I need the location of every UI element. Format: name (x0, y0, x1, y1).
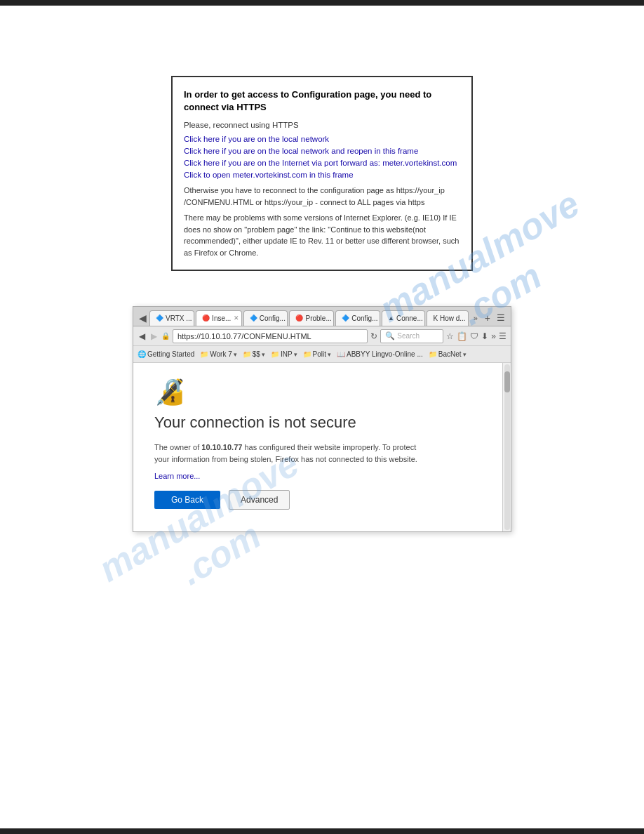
addr-icons-group: ☆ 📋 🛡 ⬇ » (446, 331, 496, 341)
bookmark-getting-started[interactable]: 🌐 Getting Started (137, 350, 194, 358)
scrollbar-track (504, 364, 510, 530)
bottom-bar (0, 828, 644, 834)
scrollbar-thumb (504, 371, 510, 392)
tab-icon-2: 🔷 (250, 315, 257, 322)
addr-download-icon[interactable]: ⬇ (481, 331, 488, 341)
bookmark-label-5: ABBYY Lingvo-Online ... (347, 350, 423, 358)
browser-tab-3[interactable]: 🔴 Proble... (289, 310, 334, 326)
bookmark-icon-5: 📖 (337, 350, 345, 358)
tab-label-1: Inse... (212, 315, 231, 322)
browser-bookmarks: 🌐 Getting Started 📁 Work 7 ▾ 📁 $$ ▾ 📁 IN… (133, 346, 511, 363)
bookmark-label-2: $$ (253, 350, 260, 358)
addr-star-icon[interactable]: ☆ (446, 331, 454, 341)
bookmark-label-6: BacNet (438, 350, 462, 358)
https-link-local-reopen[interactable]: Click here if you are on the local netwo… (184, 147, 460, 155)
bookmark-dropdown-4: ▾ (328, 351, 331, 358)
https-note1: Otherwise you have to reconnect to the c… (184, 185, 460, 208)
https-link-open-meter[interactable]: Click to open meter.vortekinst.com in th… (184, 171, 460, 179)
addr-hamburger-btn[interactable]: ☰ (499, 331, 507, 341)
bookmark-dollar[interactable]: 📁 $$ ▾ (243, 350, 265, 358)
bookmark-polit[interactable]: 📁 Polit ▾ (303, 350, 331, 358)
top-bar (0, 0, 644, 6)
browser-tabbar: ◀ 🔷 VRTX ... 🔴 Inse... ✕ 🔷 Config... 🔴 P… (133, 307, 511, 326)
browser-window: ◀ 🔷 VRTX ... 🔴 Inse... ✕ 🔷 Config... 🔴 P… (133, 306, 511, 532)
tab-label-0: VRTX ... (166, 315, 192, 322)
bookmark-icon-6: 📁 (429, 350, 437, 358)
addr-search-box[interactable]: 🔍 Search (380, 329, 443, 343)
browser-tab-2[interactable]: 🔷 Config... (243, 310, 288, 326)
tab-back-btn[interactable]: ◀ (136, 312, 149, 324)
bookmark-label-1: Work 7 (210, 350, 232, 358)
connection-error-icon: 🔏 (154, 377, 186, 406)
tab-icon-5: ▲ (388, 315, 394, 322)
browser-viewport: 🔏 Your connection is not secure The owne… (133, 363, 511, 531)
bookmark-label-0: Getting Started (147, 350, 194, 358)
bookmark-dropdown-3: ▾ (294, 351, 297, 358)
browser-tab-6[interactable]: K How d... (427, 310, 468, 326)
bookmark-work[interactable]: 📁 Work 7 ▾ (200, 350, 237, 358)
conn-learn-more[interactable]: Learn more... (154, 472, 200, 480)
go-back-button[interactable]: Go Back (154, 491, 220, 509)
bookmark-icon-2: 📁 (243, 350, 251, 358)
tab-close-1[interactable]: ✕ (234, 315, 239, 322)
tab-icon-1: 🔴 (202, 315, 210, 322)
bookmark-inp[interactable]: 📁 INP ▾ (271, 350, 297, 358)
tab-label-4: Config... (351, 315, 377, 322)
advanced-button[interactable]: Advanced (229, 490, 290, 510)
addr-bookmark-icon[interactable]: 📋 (457, 331, 467, 341)
search-placeholder: Search (397, 332, 420, 340)
addr-shield-icon[interactable]: 🛡 (470, 331, 478, 341)
addr-lock-icon: 🔒 (161, 332, 170, 340)
bookmark-label-4: Polit (313, 350, 326, 358)
https-notice-box: In order to get access to Configuration … (171, 76, 473, 271)
bookmark-dropdown-6: ▾ (463, 351, 467, 358)
tab-label-5: Conne... (396, 315, 423, 322)
https-notice-title: In order to get access to Configuration … (184, 88, 460, 114)
conn-buttons: Go Back Advanced (154, 490, 290, 510)
addr-reload-btn[interactable]: ↻ (370, 331, 377, 341)
https-link-internet[interactable]: Click here if you are on the Internet vi… (184, 159, 460, 167)
bookmark-icon-4: 📁 (303, 350, 311, 358)
nav-back-btn[interactable]: ◀ (137, 331, 147, 341)
browser-content: 🔏 Your connection is not secure The owne… (133, 363, 502, 531)
browser-tab-0[interactable]: 🔷 VRTX ... (149, 310, 194, 326)
bookmark-abbyy[interactable]: 📖 ABBYY Lingvo-Online ... (337, 350, 423, 358)
addr-more-icon[interactable]: » (491, 331, 496, 341)
connection-error-desc: The owner of 10.10.10.77 has configured … (154, 442, 421, 465)
tab-icon-4: 🔷 (342, 315, 349, 322)
search-icon: 🔍 (385, 331, 395, 340)
browser-scrollbar[interactable] (502, 363, 511, 531)
browser-tab-1[interactable]: 🔴 Inse... ✕ (196, 310, 242, 326)
browser-addressbar: ◀ ▶ 🔒 https://10.10.10.77/CONFMENU.HTML … (133, 326, 511, 346)
tab-menu-btn[interactable]: ☰ (494, 312, 508, 323)
main-content: In order to get access to Configuration … (0, 6, 644, 574)
tab-icon-3: 🔴 (295, 315, 303, 322)
tab-label-2: Config... (260, 315, 286, 322)
https-notice-subtitle: Please, reconnect using HTTPS (184, 121, 460, 129)
tab-icon-0: 🔷 (156, 315, 163, 322)
bookmark-icon-0: 🌐 (137, 350, 146, 358)
bookmark-dropdown-2: ▾ (262, 351, 265, 358)
bookmark-dropdown-1: ▾ (234, 351, 237, 358)
tab-add-btn[interactable]: + (481, 312, 494, 324)
https-link-local[interactable]: Click here if you are on the local netwo… (184, 135, 460, 143)
tab-label-6: K How d... (433, 315, 465, 322)
nav-forward-btn[interactable]: ▶ (149, 331, 159, 341)
bookmark-icon-3: 📁 (271, 350, 279, 358)
conn-ip-bold: 10.10.10.77 (201, 443, 242, 451)
tab-more-btn[interactable]: » (470, 312, 481, 324)
bookmark-bacnet[interactable]: 📁 BacNet ▾ (429, 350, 467, 358)
bookmark-label-3: INP (281, 350, 293, 358)
bookmark-icon-1: 📁 (200, 350, 208, 358)
tab-label-3: Proble... (305, 315, 331, 322)
connection-error-title: Your connection is not secure (154, 413, 356, 432)
browser-tab-5[interactable]: ▲ Conne... (382, 310, 425, 326)
address-url[interactable]: https://10.10.10.77/CONFMENU.HTML (173, 329, 368, 343)
https-note2: There may be problems with some versions… (184, 212, 460, 258)
browser-tab-4[interactable]: 🔷 Config... (335, 310, 380, 326)
